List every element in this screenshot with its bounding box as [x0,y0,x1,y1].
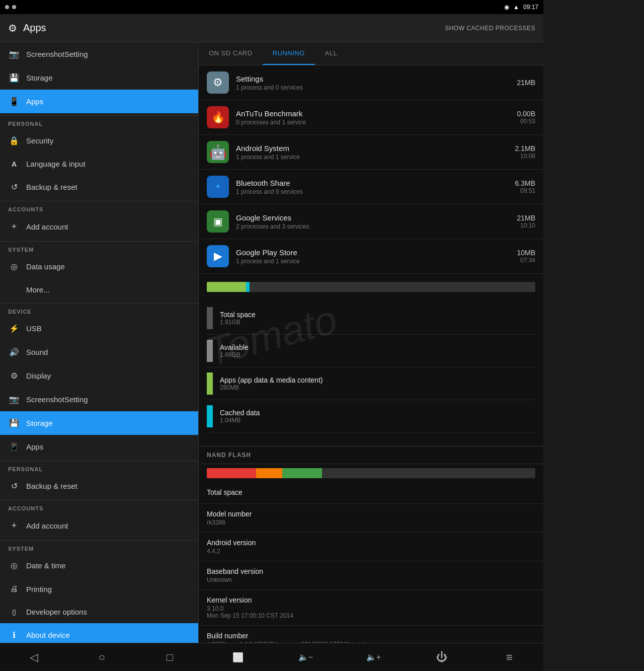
sidebar-item-display[interactable]: ⚙ Display [0,364,198,388]
recents-button[interactable]: □ [155,647,185,667]
sidebar-label-backup: Backup & reset [26,183,77,191]
vol-down-button[interactable]: 🔈− [291,647,321,667]
menu-button[interactable]: ≡ [495,647,525,667]
sidebar-label-add-account: Add account [26,521,68,530]
app-item-google-services[interactable]: ▣ Google Services 2 processes and 3 serv… [199,204,543,239]
sidebar-item-storage-top[interactable]: 💾 Storage [0,66,198,90]
device-section-header: DEVICE [0,303,198,317]
storage-value-apps: 280MB [220,384,323,391]
app-info-settings: Settings 1 process and 0 services [236,74,517,91]
storage-item-total: Total space 1.91GB [207,302,535,335]
sidebar-item-screenshot2[interactable]: 📷 ScreenshotSetting [0,388,198,411]
info-label-model: Model number [207,510,535,518]
sidebar-item-developer[interactable]: {} Developer options [0,601,198,623]
app-name-bluetooth-share: Bluetooth Share [236,179,515,187]
bottom-nav: ◁ ○ □ ⬜ 🔈− 🔈+ ⏻ ≡ [0,643,543,671]
apps-icon-top: 📱 [8,97,20,106]
storage-label-available: Available [220,343,249,351]
content-area: ON SD CARD RUNNING ALL ⚙ Settings 1 proc… [199,42,543,643]
backup2-icon: ↺ [8,481,20,491]
backup-icon: ↺ [8,182,20,192]
show-cached-processes-button[interactable]: SHOW CACHED PROCESSES [445,25,535,32]
app-stats-antutu: 0.00B 00:53 [517,110,535,125]
main-layout: 📷 ScreenshotSetting 💾 Storage 📱 Apps PER… [0,42,543,643]
storage-item-apps: Apps (app data & media content) 280MB [207,367,535,400]
app-name-google-play: Google Play Store [236,248,517,257]
sidebar-item-backup[interactable]: ↺ Backup & reset [0,175,198,199]
sidebar-label-apps-top: Apps [26,97,43,106]
sidebar-item-usb[interactable]: ⚡ USB [0,317,198,340]
sidebar-item-more[interactable]: More... [0,278,198,301]
sidebar-label-language: Language & input [26,160,86,168]
sidebar-item-datetime[interactable]: ◎ Date & time [0,554,198,577]
app-name-settings: Settings [236,74,517,83]
home-button[interactable]: ○ [87,647,117,667]
storage-bar-used [207,282,230,292]
tab-running[interactable]: RUNNING [263,42,315,65]
storage-value-available: 1.66GB [220,351,249,358]
status-bar: ◉ ▲ 09:17 [0,0,543,14]
settings-gear-icon: ⚙ [8,22,17,34]
info-label-total-space: Total space [207,488,535,496]
sidebar-item-screenshot-top[interactable]: 📷 ScreenshotSetting [0,42,198,66]
tab-sd-card[interactable]: ON SD CARD [199,42,263,65]
storage-icon: 💾 [8,418,20,428]
sidebar-label-about: About device [26,631,70,639]
app-item-android-system[interactable]: 🤖 Android System 1 process and 1 service… [199,135,543,170]
app-info-google-services: Google Services 2 processes and 3 servic… [236,213,517,230]
developer-icon: {} [8,609,20,616]
app-item-antutu[interactable]: 🔥 AnTuTu Benchmark 0 processes and 1 ser… [199,100,543,135]
sidebar-item-about[interactable]: ℹ About device [0,623,198,643]
info-value-android: 4.4.2 [207,548,535,555]
datetime-icon: ◎ [8,561,20,570]
antutu-app-icon: 🔥 [207,106,229,128]
screenshot-icon: 📷 [8,49,20,59]
storage-value-cached: 1.04MB [220,417,260,424]
vol-up-button[interactable]: 🔈+ [359,647,389,667]
screenshot-button[interactable]: ⬜ [223,647,253,667]
sidebar-item-add-account[interactable]: + Add account [0,513,198,538]
sidebar-item-add-account-top[interactable]: + Add account [0,214,198,239]
app-item-bluetooth-share[interactable]: 🔹 Bluetooth Share 1 process and 9 servic… [199,170,543,204]
app-time-google-services: 10:10 [517,222,535,229]
settings-app-icon: ⚙ [207,71,229,94]
app-name-antutu: AnTuTu Benchmark [236,109,517,118]
back-button[interactable]: ◁ [19,647,49,667]
sidebar-item-security[interactable]: 🔒 Security [0,129,198,153]
sidebar-item-printing[interactable]: 🖨 Printing [0,577,198,601]
app-desc-settings: 1 process and 0 services [236,84,517,91]
android-system-icon: 🤖 [207,141,229,163]
app-desc-antutu: 0 processes and 1 service [236,119,517,126]
app-stats-bluetooth-share: 6.3MB 09:51 [515,179,535,194]
personal2-section-header: PERSONAL [0,461,198,474]
sidebar-label-security: Security [26,136,53,145]
sidebar-item-language[interactable]: A Language & input [0,153,198,175]
app-item-settings[interactable]: ⚙ Settings 1 process and 0 services 21MB [199,65,543,100]
sidebar-item-backup2[interactable]: ↺ Backup & reset [0,474,198,498]
storage-dot-cached [207,405,213,427]
app-item-google-play[interactable]: ▶ Google Play Store 1 process and 1 serv… [199,239,543,274]
notification-dot2 [12,5,16,9]
usb-icon: ⚡ [8,324,20,333]
sidebar-item-storage[interactable]: 💾 Storage [0,411,198,435]
storage-label-total: Total space [220,311,256,319]
tab-all[interactable]: ALL [315,42,348,65]
accounts-section-header: ACCOUNTS [0,201,198,214]
sidebar-item-sound[interactable]: 🔊 Sound [0,340,198,364]
sidebar-label-usb: USB [26,324,42,333]
info-kernel: Kernel version 3.10.0Mon Sep 15 17:00:10… [199,590,543,626]
sidebar-item-apps-top[interactable]: 📱 Apps [0,90,198,113]
add-account-icon: + [8,520,20,531]
power-button[interactable]: ⏻ [427,647,457,667]
sidebar-label-backup2: Backup & reset [26,482,77,490]
nand-seg-red [207,468,256,478]
sidebar-label-storage: Storage [26,419,53,427]
app-size-android-system: 2.1MB [515,144,535,153]
storage-section: Total space 1.91GB Available 1.66GB Apps… [199,274,543,441]
info-build-number: Build number rk3288-eng 4.4.2 KOT49H eng… [199,626,543,643]
sidebar-item-apps[interactable]: 📱 Apps [0,435,198,459]
sidebar-item-data-usage[interactable]: ◎ Data usage [0,255,198,278]
info-android-version: Android version 4.4.2 [199,533,543,561]
storage-label-apps: Apps (app data & media content) [220,376,323,384]
sidebar-label-printing: Printing [26,585,52,593]
